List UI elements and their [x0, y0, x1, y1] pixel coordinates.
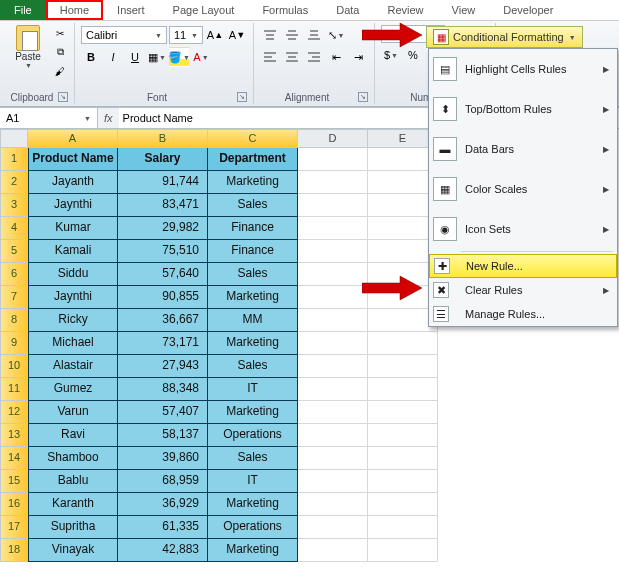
col-header-c[interactable]: C [208, 129, 298, 148]
tab-view[interactable]: View [438, 0, 490, 20]
cell[interactable]: 42,883 [118, 539, 208, 562]
cell[interactable]: Jayanth [28, 171, 118, 194]
row-header[interactable]: 9 [0, 332, 28, 355]
cell[interactable]: Ravi [28, 424, 118, 447]
tab-insert[interactable]: Insert [103, 0, 159, 20]
cell[interactable] [298, 217, 368, 240]
cell[interactable] [298, 263, 368, 286]
cell[interactable] [298, 401, 368, 424]
cell[interactable] [298, 447, 368, 470]
cell[interactable] [368, 424, 438, 447]
row-header[interactable]: 15 [0, 470, 28, 493]
menu-highlight-cells[interactable]: ▤Highlight Cells Rules▶ [429, 49, 617, 89]
cell[interactable]: IT [208, 470, 298, 493]
cell[interactable]: 36,929 [118, 493, 208, 516]
row-header[interactable]: 6 [0, 263, 28, 286]
copy-button[interactable]: ⧉ [52, 44, 68, 60]
cell[interactable] [298, 309, 368, 332]
cell[interactable]: 39,860 [118, 447, 208, 470]
cell[interactable]: Marketing [208, 286, 298, 309]
cell[interactable] [368, 470, 438, 493]
cell[interactable] [298, 194, 368, 217]
row-header[interactable]: 11 [0, 378, 28, 401]
row-header[interactable]: 12 [0, 401, 28, 424]
cell[interactable] [298, 424, 368, 447]
cell[interactable]: Operations [208, 424, 298, 447]
row-header[interactable]: 13 [0, 424, 28, 447]
cell[interactable]: Sales [208, 447, 298, 470]
tab-data[interactable]: Data [322, 0, 373, 20]
row-header[interactable]: 5 [0, 240, 28, 263]
cell[interactable]: Product Name [28, 148, 118, 171]
cell[interactable]: Sales [208, 263, 298, 286]
cell[interactable] [368, 378, 438, 401]
menu-color-scales[interactable]: ▦Color Scales▶ [429, 169, 617, 209]
cell[interactable]: Gumez [28, 378, 118, 401]
col-header-a[interactable]: A [28, 129, 118, 148]
cell[interactable] [368, 539, 438, 562]
cell[interactable]: 88,348 [118, 378, 208, 401]
row-header[interactable]: 10 [0, 355, 28, 378]
menu-new-rule[interactable]: ✚New Rule... [429, 254, 617, 278]
name-box[interactable]: A1▼ [0, 108, 98, 128]
cell[interactable]: Varun [28, 401, 118, 424]
cell[interactable]: 57,640 [118, 263, 208, 286]
cell[interactable]: 58,137 [118, 424, 208, 447]
grow-font-button[interactable]: A▲ [205, 25, 225, 45]
select-all-corner[interactable] [0, 129, 28, 148]
cell[interactable]: Supritha [28, 516, 118, 539]
cell[interactable]: 57,407 [118, 401, 208, 424]
row-header[interactable]: 18 [0, 539, 28, 562]
cell[interactable]: Sales [208, 355, 298, 378]
cell[interactable]: 73,171 [118, 332, 208, 355]
cell[interactable]: Jaynthi [28, 194, 118, 217]
tab-page-layout[interactable]: Page Layout [159, 0, 249, 20]
col-header-d[interactable]: D [298, 129, 368, 148]
cell[interactable] [368, 447, 438, 470]
menu-data-bars[interactable]: ▬Data Bars▶ [429, 129, 617, 169]
cell[interactable]: Marketing [208, 539, 298, 562]
row-header[interactable]: 17 [0, 516, 28, 539]
cell[interactable]: Salary [118, 148, 208, 171]
cell[interactable]: 90,855 [118, 286, 208, 309]
row-header[interactable]: 14 [0, 447, 28, 470]
tab-formulas[interactable]: Formulas [248, 0, 322, 20]
row-header[interactable]: 3 [0, 194, 28, 217]
menu-top-bottom[interactable]: ⬍Top/Bottom Rules▶ [429, 89, 617, 129]
cell[interactable] [298, 286, 368, 309]
tab-home[interactable]: Home [46, 0, 103, 20]
conditional-formatting-button[interactable]: ▦ Conditional Formatting ▼ [426, 26, 583, 48]
cell[interactable]: Kamali [28, 240, 118, 263]
cell[interactable] [298, 171, 368, 194]
align-middle-button[interactable] [282, 25, 302, 45]
row-header[interactable]: 1 [0, 148, 28, 171]
tab-review[interactable]: Review [373, 0, 437, 20]
cell[interactable] [368, 355, 438, 378]
menu-manage-rules[interactable]: ☰Manage Rules... [429, 302, 617, 326]
cell[interactable]: Ricky [28, 309, 118, 332]
font-size-select[interactable]: 11▼ [169, 26, 203, 44]
shrink-font-button[interactable]: A▼ [227, 25, 247, 45]
cell[interactable]: 61,335 [118, 516, 208, 539]
cut-button[interactable]: ✂ [52, 25, 68, 41]
cell[interactable]: Marketing [208, 493, 298, 516]
bold-button[interactable]: B [81, 47, 101, 67]
align-center-button[interactable] [282, 47, 302, 67]
cell[interactable] [298, 470, 368, 493]
cell[interactable]: Jaynthi [28, 286, 118, 309]
increase-indent-button[interactable]: ⇥ [348, 47, 368, 67]
row-header[interactable]: 4 [0, 217, 28, 240]
fx-icon[interactable]: fx [98, 112, 119, 124]
cell[interactable] [368, 493, 438, 516]
cell[interactable]: Marketing [208, 401, 298, 424]
cell[interactable] [298, 539, 368, 562]
align-right-button[interactable] [304, 47, 324, 67]
tab-developer[interactable]: Developer [489, 0, 567, 20]
dialog-launcher-icon[interactable]: ↘ [358, 92, 368, 102]
cell[interactable]: Karanth [28, 493, 118, 516]
dialog-launcher-icon[interactable]: ↘ [58, 92, 68, 102]
row-header[interactable]: 16 [0, 493, 28, 516]
cell[interactable]: 75,510 [118, 240, 208, 263]
font-name-select[interactable]: Calibri▼ [81, 26, 167, 44]
orientation-button[interactable]: ⤡▼ [326, 25, 346, 45]
